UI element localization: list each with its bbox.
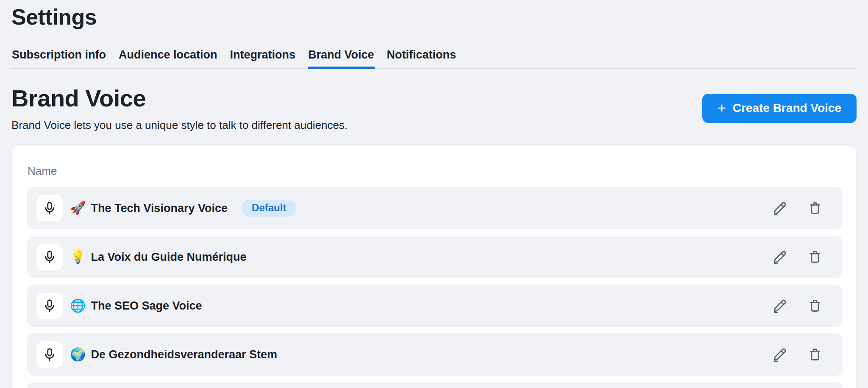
- tab-notifications[interactable]: Notifications: [387, 48, 457, 68]
- microphone-icon: [36, 244, 63, 270]
- voice-name: De Gezondheidsveranderaar Stem: [91, 348, 277, 361]
- microphone-icon: [36, 341, 63, 368]
- plus-icon: +: [718, 100, 726, 115]
- tab-audience-location[interactable]: Audience location: [118, 48, 218, 68]
- table-row-partial[interactable]: [27, 382, 843, 388]
- page-title: Settings: [11, 4, 857, 30]
- brand-voice-list-card: Name 🚀 The Tech Visionary Voice Default: [11, 146, 857, 388]
- row-actions: [772, 299, 822, 313]
- table-row[interactable]: 🌍 De Gezondheidsveranderaar Stem: [27, 333, 843, 376]
- trash-icon[interactable]: [808, 250, 822, 264]
- settings-page: Settings Subscription info Audience loca…: [0, 0, 868, 388]
- tab-integrations[interactable]: Integrations: [230, 48, 296, 68]
- voice-name: The SEO Sage Voice: [91, 299, 202, 313]
- table-row[interactable]: 🌐 The SEO Sage Voice: [27, 285, 843, 327]
- row-actions: [772, 201, 822, 215]
- row-main: 🌐 The SEO Sage Voice: [70, 299, 772, 313]
- row-actions: [772, 347, 822, 362]
- voice-emoji: 🌍: [70, 348, 86, 361]
- voice-emoji: 🚀: [70, 202, 86, 215]
- microphone-icon: [36, 195, 63, 221]
- brand-voice-rows: 🚀 The Tech Visionary Voice Default: [27, 187, 843, 388]
- edit-icon[interactable]: [772, 299, 787, 313]
- section-header: Brand Voice Brand Voice lets you use a u…: [11, 84, 857, 132]
- section-description: Brand Voice lets you use a unique style …: [11, 119, 348, 132]
- row-main: 💡 La Voix du Guide Numérique: [70, 251, 772, 264]
- voice-emoji: 🌐: [70, 299, 86, 312]
- tab-brand-voice[interactable]: Brand Voice: [308, 48, 375, 68]
- trash-icon[interactable]: [808, 347, 822, 362]
- table-row[interactable]: 💡 La Voix du Guide Numérique: [27, 236, 843, 278]
- voice-emoji: 💡: [70, 251, 86, 263]
- row-main: 🌍 De Gezondheidsveranderaar Stem: [70, 348, 772, 361]
- create-brand-voice-label: Create Brand Voice: [733, 101, 841, 115]
- create-brand-voice-button[interactable]: + Create Brand Voice: [702, 94, 857, 123]
- section-title: Brand Voice: [11, 84, 348, 112]
- table-row[interactable]: 🚀 The Tech Visionary Voice Default: [27, 187, 843, 229]
- microphone-icon: [36, 293, 63, 319]
- row-main: 🚀 The Tech Visionary Voice Default: [70, 200, 772, 217]
- default-badge: Default: [241, 200, 297, 217]
- row-actions: [772, 250, 822, 264]
- settings-tabs: Subscription info Audience location Inte…: [11, 48, 857, 69]
- name-column-header: Name: [28, 165, 843, 178]
- voice-name: The Tech Visionary Voice: [91, 202, 228, 215]
- voice-name: La Voix du Guide Numérique: [91, 251, 246, 264]
- tab-subscription-info[interactable]: Subscription info: [11, 48, 106, 68]
- trash-icon[interactable]: [808, 299, 822, 313]
- trash-icon[interactable]: [808, 201, 822, 215]
- edit-icon[interactable]: [772, 347, 787, 362]
- edit-icon[interactable]: [772, 201, 787, 215]
- edit-icon[interactable]: [772, 250, 787, 264]
- section-header-text: Brand Voice Brand Voice lets you use a u…: [11, 84, 348, 132]
